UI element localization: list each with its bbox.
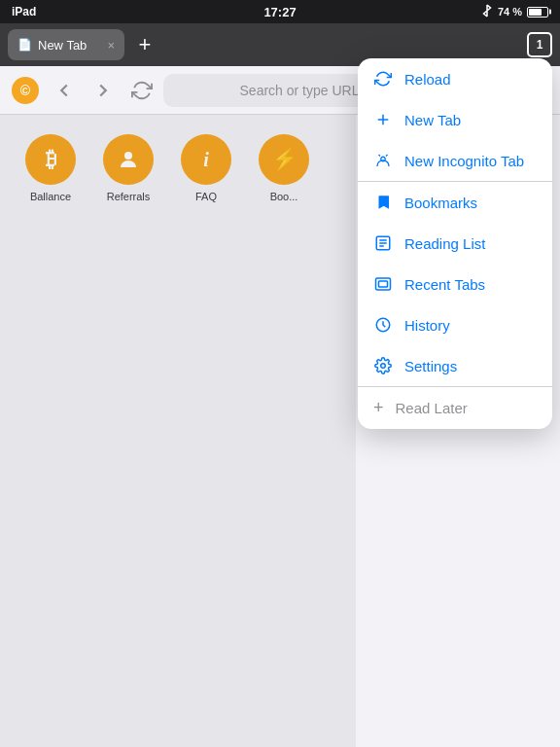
- active-tab[interactable]: 📄 New Tab ×: [8, 29, 124, 60]
- logo-button[interactable]: ©: [8, 73, 43, 108]
- reading-list-icon: [373, 233, 393, 253]
- status-bar: iPad 17:27 74 %: [0, 0, 560, 23]
- new-tab-label: New Tab: [404, 112, 461, 128]
- url-placeholder: Search or type URL: [240, 83, 360, 98]
- bookmarks-label: Bookmarks: [404, 195, 477, 211]
- add-tab-button[interactable]: +: [130, 30, 159, 59]
- new-tab-item[interactable]: New Tab: [358, 99, 552, 140]
- tab-close-button[interactable]: ×: [107, 38, 115, 53]
- reload-icon: [373, 69, 393, 89]
- svg-rect-12: [379, 281, 388, 287]
- settings-label: Settings: [404, 358, 457, 374]
- device-label: iPad: [12, 5, 36, 18]
- orange-logo: ©: [12, 77, 39, 104]
- incognito-icon: [373, 151, 393, 170]
- recent-tabs-icon: [373, 274, 393, 294]
- dropdown-menu: Reload New Tab New Incognito Tab: [358, 58, 552, 429]
- history-item[interactable]: History: [358, 304, 552, 345]
- reading-list-item[interactable]: Reading List: [358, 223, 552, 264]
- reload-item[interactable]: Reload: [358, 58, 552, 99]
- read-later-label: Read Later: [396, 400, 468, 416]
- dim-overlay: [0, 115, 356, 747]
- bookmarks-icon: [373, 193, 393, 212]
- new-incognito-item[interactable]: New Incognito Tab: [358, 140, 552, 181]
- reading-list-label: Reading List: [404, 235, 485, 252]
- settings-icon: [373, 356, 393, 375]
- bluetooth-icon: [481, 4, 493, 19]
- forward-button[interactable]: [86, 73, 121, 108]
- dropdown-section-2: Bookmarks Reading List Recent Tabs: [358, 182, 552, 387]
- new-incognito-label: New Incognito Tab: [404, 153, 524, 169]
- tab-count-button[interactable]: 1: [527, 32, 552, 57]
- recent-tabs-label: Recent Tabs: [404, 276, 485, 293]
- read-later-icon: +: [373, 398, 384, 418]
- recent-tabs-item[interactable]: Recent Tabs: [358, 264, 552, 304]
- read-later-item[interactable]: + Read Later: [358, 387, 552, 429]
- svg-point-14: [381, 364, 386, 369]
- back-button[interactable]: [47, 73, 82, 108]
- battery-icon: [527, 7, 548, 18]
- battery-percent: 74 %: [498, 6, 522, 18]
- bookmarks-item[interactable]: Bookmarks: [358, 182, 552, 223]
- reload-button[interactable]: [124, 73, 159, 108]
- new-tab-icon: [373, 110, 393, 129]
- history-label: History: [404, 317, 450, 334]
- time-label: 17:27: [263, 5, 296, 19]
- settings-item[interactable]: Settings: [358, 345, 552, 386]
- dropdown-section-1: Reload New Tab New Incognito Tab: [358, 58, 552, 182]
- reload-label: Reload: [404, 71, 451, 88]
- history-icon: [373, 315, 393, 335]
- tab-title: New Tab: [38, 38, 101, 53]
- tab-page-icon: 📄: [18, 38, 32, 52]
